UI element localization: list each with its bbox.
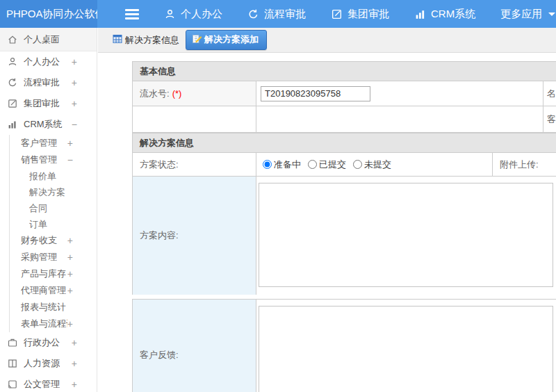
approval-edit-icon	[7, 98, 18, 109]
sidebar-item-hr[interactable]: 人力资源 +	[0, 353, 97, 374]
solution-add-form: 基本信息 流水号: (*) 名称 客户 解决方案信息 方案状态:	[132, 61, 556, 392]
main-content: 基本信息 流水号: (*) 名称 客户 解决方案信息 方案状态:	[98, 54, 556, 392]
document-icon	[7, 379, 18, 390]
sidebar-item-product-inventory[interactable]: 产品与库存 +	[0, 266, 97, 282]
nav-item-personal-office[interactable]: 个人办公	[164, 8, 222, 21]
approval-edit-icon	[331, 8, 343, 20]
briefcase-icon	[7, 337, 18, 348]
sidebar-item-purchase-mgmt[interactable]: 采购管理 +	[0, 249, 97, 266]
process-icon	[247, 8, 259, 20]
user-icon	[7, 56, 18, 67]
sidebar-item-order[interactable]: 订单	[0, 216, 97, 232]
sidebar-item-sales-mgmt[interactable]: 销售管理 −	[0, 152, 97, 168]
sidebar-item-admin-office[interactable]: 行政办公 +	[0, 332, 97, 353]
customer-label-cell: 客户	[543, 106, 556, 132]
section-basic-info-header: 基本信息	[133, 62, 556, 81]
add-form-icon	[192, 34, 202, 46]
status-radio-group: 准备中 已提交 未提交	[263, 158, 391, 171]
radio-option-not-submitted[interactable]: 未提交	[353, 158, 391, 171]
home-icon	[7, 34, 18, 45]
tab-solution-info[interactable]: 解决方案信息	[113, 34, 179, 47]
required-mark: (*)	[172, 88, 182, 99]
tree-guide-line	[9, 135, 10, 332]
content-field-cell	[256, 177, 556, 295]
hamburger-menu-icon[interactable]	[125, 9, 139, 19]
attachment-label-cell: 附件上传:	[493, 153, 556, 176]
radio-option-submitted[interactable]: 已提交	[308, 158, 346, 171]
serial-number-label-cell: 流水号: (*)	[133, 81, 256, 106]
section-solution-info-header: 解决方案信息	[133, 133, 556, 153]
radio-submitted[interactable]	[308, 160, 317, 169]
customer-feedback-textarea[interactable]	[259, 306, 553, 392]
sidebar-item-contract[interactable]: 合同	[0, 200, 97, 216]
feedback-row: 客户反馈:	[133, 300, 556, 392]
radio-option-preparing[interactable]: 准备中	[263, 158, 301, 171]
status-field-cell: 准备中 已提交 未提交	[256, 153, 493, 176]
radio-not-submitted[interactable]	[353, 160, 362, 169]
sidebar-item-crm[interactable]: CRM系统 −	[0, 114, 97, 135]
serial-number-row: 流水号: (*) 名称	[133, 81, 556, 106]
nav-item-workflow-approval[interactable]: 流程审批	[247, 8, 306, 21]
empty-field-cell	[256, 106, 543, 132]
bar-chart-icon	[414, 8, 426, 20]
nav-item-group-approval[interactable]: 集团审批	[331, 8, 389, 21]
sidebar-item-group-approval[interactable]: 集团审批 +	[0, 93, 97, 114]
top-nav: 个人办公 流程审批 集团审批 CRM系统 更多应用	[164, 8, 555, 21]
top-bar: PHPOA协同办公软件 个人办公 流程审批 集团审批	[0, 0, 556, 28]
process-icon	[7, 77, 18, 88]
radio-preparing[interactable]	[263, 160, 272, 169]
nav-item-more-apps[interactable]: 更多应用	[500, 8, 555, 21]
sidebar-item-solution[interactable]: 解决方案	[0, 184, 97, 200]
bar-chart-icon	[7, 119, 18, 130]
sidebar-item-form-workflow-settings[interactable]: 表单与流程设置 +	[0, 316, 97, 332]
feedback-label-cell: 客户反馈:	[133, 300, 256, 392]
empty-label-cell	[133, 106, 256, 132]
sidebar-item-reports-statistics[interactable]: 报表与统计	[0, 299, 97, 316]
sidebar-item-personal-office[interactable]: 个人办公 +	[0, 51, 97, 72]
feedback-block: 客户反馈:	[132, 299, 556, 392]
sidebar-item-document-mgmt[interactable]: 公文管理 +	[0, 374, 97, 392]
nav-item-crm[interactable]: CRM系统	[414, 8, 475, 21]
sidebar: 个人桌面 个人办公 + 流程审批 + 集团审批 + CRM系统	[0, 28, 97, 392]
solution-content-textarea[interactable]	[259, 183, 553, 287]
sidebar-item-quotation[interactable]: 报价单	[0, 168, 97, 184]
sidebar-item-workflow-approval[interactable]: 流程审批 +	[0, 72, 97, 93]
content-label-cell: 方案内容:	[133, 177, 256, 295]
sidebar-item-agent-mgmt[interactable]: 代理商管理 +	[0, 282, 97, 299]
empty-row: 客户	[133, 106, 556, 133]
sidebar-item-customer-mgmt[interactable]: 客户管理 +	[0, 135, 97, 152]
section-basic-info: 基本信息 流水号: (*) 名称 客户	[132, 61, 556, 133]
sidebar-item-personal-desktop[interactable]: 个人桌面	[0, 28, 97, 51]
content-row: 方案内容:	[133, 177, 556, 295]
feedback-field-cell	[256, 300, 556, 392]
sidebar-item-finance[interactable]: 财务收支 +	[0, 232, 97, 249]
status-label-cell: 方案状态:	[133, 153, 256, 176]
tab-bar: 解决方案信息 解决方案添加	[98, 28, 556, 53]
serial-number-input[interactable]	[261, 86, 370, 101]
name-label-cell: 名称	[543, 81, 556, 106]
user-icon	[164, 8, 176, 20]
book-icon	[7, 358, 18, 369]
caret-down-icon	[548, 13, 555, 16]
app-logo: PHPOA协同办公软件	[0, 0, 97, 28]
serial-number-field-cell	[256, 81, 543, 106]
status-row: 方案状态: 准备中 已提交 未提交	[133, 153, 556, 177]
table-grid-icon	[113, 34, 122, 46]
tab-solution-add-active[interactable]: 解决方案添加	[186, 30, 267, 50]
section-solution-info: 解决方案信息 方案状态: 准备中 已提交	[132, 133, 556, 295]
